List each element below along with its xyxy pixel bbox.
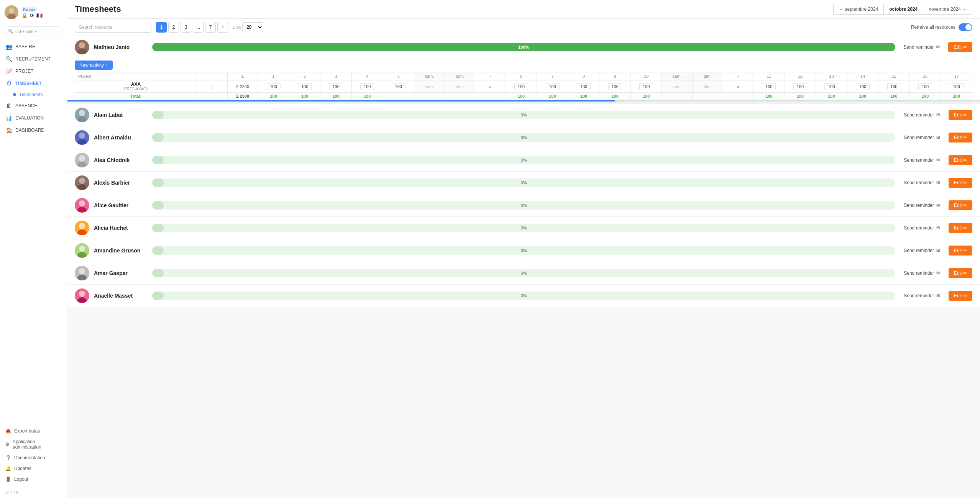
time-input-7[interactable]: [546, 83, 560, 90]
day-7[interactable]: [537, 80, 568, 93]
day-14[interactable]: [847, 80, 878, 93]
time-input-2[interactable]: [298, 83, 312, 90]
sidebar-item-documentation[interactable]: ❓ Documentation: [0, 452, 67, 463]
sidebar-item-updates[interactable]: 🔔 Updates: [0, 463, 67, 474]
time-input-17[interactable]: [950, 83, 964, 90]
sidebar-item-recrutement[interactable]: 🔍 RECRUTEMENT: [0, 53, 67, 65]
edit-amar[interactable]: Edit ✏: [949, 268, 972, 278]
edit-alicia[interactable]: Edit ✏: [949, 223, 972, 233]
page-btn-ellipsis[interactable]: ...: [193, 22, 204, 33]
sidebar-sub-label: Timesheets: [19, 92, 43, 97]
day-16[interactable]: [909, 80, 941, 93]
prev-month-btn[interactable]: ← septembre 2024: [833, 4, 884, 15]
edit-albert[interactable]: Edit ✏: [949, 133, 972, 143]
send-reminder-alexis[interactable]: Send reminder ✉: [900, 178, 944, 188]
current-month-btn[interactable]: octobre 2024: [884, 4, 923, 15]
limit-select[interactable]: 20 50 100: [242, 22, 263, 32]
mail-icon: ✉: [936, 225, 940, 231]
day-1[interactable]: [258, 80, 289, 93]
sidebar-item-logout[interactable]: 🚪 Logout: [0, 474, 67, 485]
time-input-3[interactable]: [329, 83, 343, 90]
day-6[interactable]: [506, 80, 537, 93]
col-14: 14: [847, 72, 878, 80]
time-input-6[interactable]: [514, 83, 528, 90]
day-8[interactable]: [568, 80, 599, 93]
time-input-9[interactable]: [608, 83, 622, 90]
page-btn-3[interactable]: 3: [181, 22, 191, 33]
menu-dots-cell[interactable]: ⋮: [197, 80, 228, 93]
day-9[interactable]: [599, 80, 631, 93]
send-reminder-alice[interactable]: Send reminder ✉: [900, 200, 944, 210]
menu-dots-icon[interactable]: ⋮: [207, 83, 217, 90]
sidebar-item-dashboard[interactable]: 🏠 DASHBOARD: [0, 124, 67, 136]
timesheet-icon: ⏱: [5, 80, 12, 87]
new-activity-btn[interactable]: New activity +: [75, 61, 113, 70]
avatar-amar: [75, 266, 89, 280]
grid-header-row: Project Σ 1 2 3 4 5 sam. dim. » 6: [75, 72, 972, 80]
send-reminder-alicia[interactable]: Send reminder ✉: [900, 223, 944, 233]
time-input-1[interactable]: [267, 83, 281, 90]
time-input-13[interactable]: [824, 83, 838, 90]
col-dim1: dim.: [445, 72, 475, 80]
day-3[interactable]: [320, 80, 352, 93]
sidebar-item-evaluation[interactable]: 📊 EVALUATION: [0, 112, 67, 124]
send-reminder-alain[interactable]: Send reminder ✉: [900, 110, 944, 120]
day-5[interactable]: [383, 80, 414, 93]
sidebar-item-absence[interactable]: 🗓 ABSENCE: [0, 100, 67, 112]
sidebar-item-timesheet[interactable]: ⏱ TIMESHEET: [0, 77, 67, 90]
total-9: 100: [599, 93, 631, 100]
time-input-4[interactable]: [360, 83, 374, 90]
page-btn-next[interactable]: ›: [217, 22, 228, 33]
activity-controls: New activity +: [67, 58, 980, 72]
next-month-btn[interactable]: novembre 2024 →: [923, 4, 972, 15]
page-btn-2[interactable]: 2: [168, 22, 179, 33]
edit-alexis[interactable]: Edit ✏: [949, 178, 972, 188]
send-reminder-albert[interactable]: Send reminder ✉: [900, 133, 944, 143]
send-reminder-btn-mathieu[interactable]: Send reminder ✉: [900, 42, 944, 52]
edit-btn-mathieu[interactable]: Edit ✏: [948, 42, 972, 52]
edit-amandine[interactable]: Edit ✏: [949, 246, 972, 256]
send-reminder-amar[interactable]: Send reminder ✉: [900, 268, 944, 278]
sidebar-item-app-admin[interactable]: ⚙ Application administration: [0, 436, 67, 452]
send-reminder-alea[interactable]: Send reminder ✉: [900, 155, 944, 165]
time-input-10[interactable]: [639, 83, 653, 90]
day-17[interactable]: [941, 80, 972, 93]
send-reminder-amandine[interactable]: Send reminder ✉: [900, 246, 944, 256]
avatar-alice: [75, 198, 89, 213]
retrieve-toggle[interactable]: [959, 23, 972, 31]
pct-amandine: 0%: [521, 248, 527, 253]
sidebar-item-base-rh[interactable]: 👥 BASE RH: [0, 41, 67, 53]
day-12[interactable]: [785, 80, 816, 93]
search-input[interactable]: [75, 22, 151, 33]
page-btn-1[interactable]: 1: [156, 22, 167, 33]
col-15: 15: [878, 72, 910, 80]
page-btn-7[interactable]: 7: [205, 22, 216, 33]
edit-alain[interactable]: Edit ✏: [949, 110, 972, 120]
evaluation-icon: 📊: [5, 115, 12, 121]
time-input-16[interactable]: [918, 83, 932, 90]
edit-anaelle[interactable]: Edit ✏: [949, 291, 972, 301]
sidebar-search[interactable]: 🔍 ctrl + shift + f: [4, 26, 63, 36]
sidebar-item-projet[interactable]: 📈 PROJET: [0, 65, 67, 77]
day-2[interactable]: [289, 80, 320, 93]
time-input-8[interactable]: [577, 83, 591, 90]
edit-alea[interactable]: Edit ✏: [949, 155, 972, 165]
sun-1: dim.: [445, 80, 475, 93]
day-11[interactable]: [753, 80, 785, 93]
time-input-11[interactable]: [762, 83, 776, 90]
time-input-15[interactable]: [887, 83, 901, 90]
sidebar-item-timesheets[interactable]: Timesheets: [0, 90, 67, 100]
col-arrow2: »: [723, 72, 753, 80]
sidebar-item-export[interactable]: 📤 Export datas: [0, 426, 67, 436]
name-alexis: Alexis Barbier: [94, 180, 148, 186]
project-cell: AXA PROJ-AXA00: [75, 80, 197, 93]
day-4[interactable]: [351, 80, 383, 93]
day-13[interactable]: [816, 80, 847, 93]
send-reminder-anaelle[interactable]: Send reminder ✉: [900, 291, 944, 301]
time-input-14[interactable]: [856, 83, 870, 90]
edit-alice[interactable]: Edit ✏: [949, 200, 972, 210]
day-15[interactable]: [878, 80, 910, 93]
time-input-12[interactable]: [793, 83, 807, 90]
day-10[interactable]: [630, 80, 662, 93]
time-input-5[interactable]: [392, 83, 405, 90]
